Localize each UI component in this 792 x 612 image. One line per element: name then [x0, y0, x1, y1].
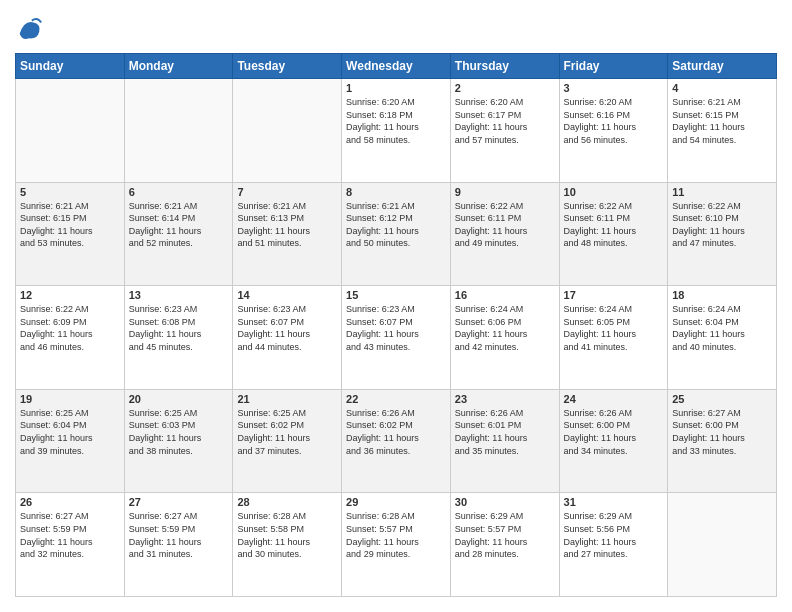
- day-info: Sunrise: 6:20 AM Sunset: 6:18 PM Dayligh…: [346, 96, 446, 146]
- weekday-header-sunday: Sunday: [16, 54, 125, 79]
- weekday-header-wednesday: Wednesday: [342, 54, 451, 79]
- day-cell: 8Sunrise: 6:21 AM Sunset: 6:12 PM Daylig…: [342, 182, 451, 286]
- day-cell: [668, 493, 777, 597]
- day-cell: 24Sunrise: 6:26 AM Sunset: 6:00 PM Dayli…: [559, 389, 668, 493]
- day-info: Sunrise: 6:23 AM Sunset: 6:07 PM Dayligh…: [237, 303, 337, 353]
- day-number: 10: [564, 186, 664, 198]
- day-info: Sunrise: 6:21 AM Sunset: 6:15 PM Dayligh…: [672, 96, 772, 146]
- day-cell: 1Sunrise: 6:20 AM Sunset: 6:18 PM Daylig…: [342, 79, 451, 183]
- day-info: Sunrise: 6:26 AM Sunset: 6:00 PM Dayligh…: [564, 407, 664, 457]
- day-cell: 12Sunrise: 6:22 AM Sunset: 6:09 PM Dayli…: [16, 286, 125, 390]
- day-number: 3: [564, 82, 664, 94]
- day-info: Sunrise: 6:22 AM Sunset: 6:11 PM Dayligh…: [455, 200, 555, 250]
- day-number: 5: [20, 186, 120, 198]
- day-number: 16: [455, 289, 555, 301]
- day-info: Sunrise: 6:29 AM Sunset: 5:56 PM Dayligh…: [564, 510, 664, 560]
- day-cell: 2Sunrise: 6:20 AM Sunset: 6:17 PM Daylig…: [450, 79, 559, 183]
- week-row-5: 26Sunrise: 6:27 AM Sunset: 5:59 PM Dayli…: [16, 493, 777, 597]
- day-info: Sunrise: 6:20 AM Sunset: 6:16 PM Dayligh…: [564, 96, 664, 146]
- weekday-header-monday: Monday: [124, 54, 233, 79]
- day-info: Sunrise: 6:21 AM Sunset: 6:15 PM Dayligh…: [20, 200, 120, 250]
- day-number: 23: [455, 393, 555, 405]
- day-cell: 10Sunrise: 6:22 AM Sunset: 6:11 PM Dayli…: [559, 182, 668, 286]
- week-row-2: 5Sunrise: 6:21 AM Sunset: 6:15 PM Daylig…: [16, 182, 777, 286]
- day-info: Sunrise: 6:26 AM Sunset: 6:01 PM Dayligh…: [455, 407, 555, 457]
- day-info: Sunrise: 6:25 AM Sunset: 6:04 PM Dayligh…: [20, 407, 120, 457]
- day-number: 7: [237, 186, 337, 198]
- day-info: Sunrise: 6:27 AM Sunset: 6:00 PM Dayligh…: [672, 407, 772, 457]
- day-info: Sunrise: 6:24 AM Sunset: 6:04 PM Dayligh…: [672, 303, 772, 353]
- day-number: 11: [672, 186, 772, 198]
- day-number: 20: [129, 393, 229, 405]
- day-cell: 21Sunrise: 6:25 AM Sunset: 6:02 PM Dayli…: [233, 389, 342, 493]
- day-info: Sunrise: 6:21 AM Sunset: 6:13 PM Dayligh…: [237, 200, 337, 250]
- day-number: 1: [346, 82, 446, 94]
- day-info: Sunrise: 6:29 AM Sunset: 5:57 PM Dayligh…: [455, 510, 555, 560]
- day-info: Sunrise: 6:23 AM Sunset: 6:08 PM Dayligh…: [129, 303, 229, 353]
- day-cell: [124, 79, 233, 183]
- day-number: 12: [20, 289, 120, 301]
- day-cell: 17Sunrise: 6:24 AM Sunset: 6:05 PM Dayli…: [559, 286, 668, 390]
- weekday-header-friday: Friday: [559, 54, 668, 79]
- calendar-page: SundayMondayTuesdayWednesdayThursdayFrid…: [0, 0, 792, 612]
- day-info: Sunrise: 6:24 AM Sunset: 6:06 PM Dayligh…: [455, 303, 555, 353]
- day-info: Sunrise: 6:25 AM Sunset: 6:02 PM Dayligh…: [237, 407, 337, 457]
- day-cell: [233, 79, 342, 183]
- day-info: Sunrise: 6:20 AM Sunset: 6:17 PM Dayligh…: [455, 96, 555, 146]
- day-cell: 25Sunrise: 6:27 AM Sunset: 6:00 PM Dayli…: [668, 389, 777, 493]
- day-cell: 14Sunrise: 6:23 AM Sunset: 6:07 PM Dayli…: [233, 286, 342, 390]
- day-cell: 30Sunrise: 6:29 AM Sunset: 5:57 PM Dayli…: [450, 493, 559, 597]
- day-info: Sunrise: 6:25 AM Sunset: 6:03 PM Dayligh…: [129, 407, 229, 457]
- day-number: 30: [455, 496, 555, 508]
- day-info: Sunrise: 6:22 AM Sunset: 6:11 PM Dayligh…: [564, 200, 664, 250]
- day-number: 31: [564, 496, 664, 508]
- day-cell: 31Sunrise: 6:29 AM Sunset: 5:56 PM Dayli…: [559, 493, 668, 597]
- day-number: 9: [455, 186, 555, 198]
- day-number: 17: [564, 289, 664, 301]
- day-cell: 22Sunrise: 6:26 AM Sunset: 6:02 PM Dayli…: [342, 389, 451, 493]
- day-cell: 3Sunrise: 6:20 AM Sunset: 6:16 PM Daylig…: [559, 79, 668, 183]
- day-number: 14: [237, 289, 337, 301]
- day-info: Sunrise: 6:26 AM Sunset: 6:02 PM Dayligh…: [346, 407, 446, 457]
- day-number: 24: [564, 393, 664, 405]
- day-number: 2: [455, 82, 555, 94]
- weekday-header-tuesday: Tuesday: [233, 54, 342, 79]
- day-number: 26: [20, 496, 120, 508]
- day-number: 4: [672, 82, 772, 94]
- day-cell: 23Sunrise: 6:26 AM Sunset: 6:01 PM Dayli…: [450, 389, 559, 493]
- day-number: 6: [129, 186, 229, 198]
- week-row-3: 12Sunrise: 6:22 AM Sunset: 6:09 PM Dayli…: [16, 286, 777, 390]
- day-number: 29: [346, 496, 446, 508]
- day-number: 25: [672, 393, 772, 405]
- day-info: Sunrise: 6:22 AM Sunset: 6:09 PM Dayligh…: [20, 303, 120, 353]
- day-info: Sunrise: 6:22 AM Sunset: 6:10 PM Dayligh…: [672, 200, 772, 250]
- day-info: Sunrise: 6:21 AM Sunset: 6:12 PM Dayligh…: [346, 200, 446, 250]
- day-cell: 26Sunrise: 6:27 AM Sunset: 5:59 PM Dayli…: [16, 493, 125, 597]
- day-number: 15: [346, 289, 446, 301]
- day-cell: 29Sunrise: 6:28 AM Sunset: 5:57 PM Dayli…: [342, 493, 451, 597]
- day-number: 27: [129, 496, 229, 508]
- day-number: 22: [346, 393, 446, 405]
- day-cell: 7Sunrise: 6:21 AM Sunset: 6:13 PM Daylig…: [233, 182, 342, 286]
- logo: [15, 15, 45, 43]
- week-row-4: 19Sunrise: 6:25 AM Sunset: 6:04 PM Dayli…: [16, 389, 777, 493]
- day-number: 18: [672, 289, 772, 301]
- calendar-table: SundayMondayTuesdayWednesdayThursdayFrid…: [15, 53, 777, 597]
- day-cell: 19Sunrise: 6:25 AM Sunset: 6:04 PM Dayli…: [16, 389, 125, 493]
- day-number: 8: [346, 186, 446, 198]
- day-cell: 5Sunrise: 6:21 AM Sunset: 6:15 PM Daylig…: [16, 182, 125, 286]
- day-info: Sunrise: 6:21 AM Sunset: 6:14 PM Dayligh…: [129, 200, 229, 250]
- day-info: Sunrise: 6:28 AM Sunset: 5:58 PM Dayligh…: [237, 510, 337, 560]
- weekday-header-thursday: Thursday: [450, 54, 559, 79]
- logo-icon: [15, 15, 43, 43]
- day-cell: [16, 79, 125, 183]
- day-number: 28: [237, 496, 337, 508]
- day-cell: 9Sunrise: 6:22 AM Sunset: 6:11 PM Daylig…: [450, 182, 559, 286]
- day-cell: 28Sunrise: 6:28 AM Sunset: 5:58 PM Dayli…: [233, 493, 342, 597]
- weekday-header-saturday: Saturday: [668, 54, 777, 79]
- day-info: Sunrise: 6:23 AM Sunset: 6:07 PM Dayligh…: [346, 303, 446, 353]
- week-row-1: 1Sunrise: 6:20 AM Sunset: 6:18 PM Daylig…: [16, 79, 777, 183]
- day-info: Sunrise: 6:28 AM Sunset: 5:57 PM Dayligh…: [346, 510, 446, 560]
- day-cell: 6Sunrise: 6:21 AM Sunset: 6:14 PM Daylig…: [124, 182, 233, 286]
- weekday-header-row: SundayMondayTuesdayWednesdayThursdayFrid…: [16, 54, 777, 79]
